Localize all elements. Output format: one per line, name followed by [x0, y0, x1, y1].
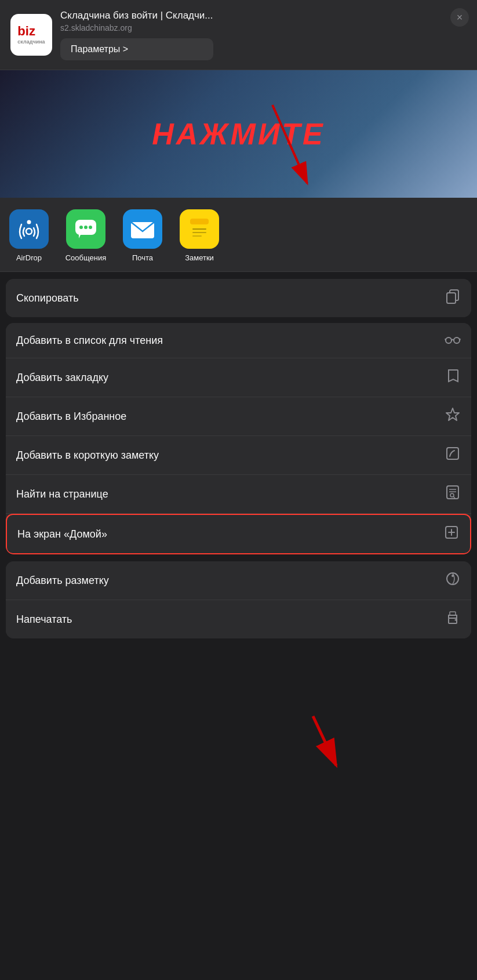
- svg-line-32: [313, 716, 336, 765]
- menu-item-favorites[interactable]: Добавить в Избранное: [6, 397, 471, 436]
- svg-point-6: [79, 226, 83, 229]
- messages-svg-icon: [73, 216, 99, 242]
- mail-label: Почта: [132, 253, 153, 262]
- biz-logo-text: biz: [17, 25, 45, 38]
- instruction-text: НАЖМИТЕ: [152, 117, 325, 151]
- messages-icon-wrap: [66, 209, 105, 249]
- menu-item-print[interactable]: Напечатать: [6, 600, 471, 638]
- share-item-messages[interactable]: Сообщения: [63, 209, 109, 262]
- svg-rect-35: [449, 618, 457, 623]
- find-icon: [445, 485, 461, 503]
- markup-icon: [445, 571, 461, 590]
- copy-label: Скопировать: [16, 292, 79, 304]
- add-home-icon: [443, 525, 460, 543]
- svg-point-17: [446, 337, 451, 343]
- share-item-mail[interactable]: Почта: [119, 209, 166, 262]
- notes-svg-icon: [187, 216, 212, 242]
- preview-area: НАЖМИТЕ: [0, 70, 477, 198]
- svg-point-37: [455, 619, 457, 621]
- airdrop-svg-icon: [16, 216, 42, 242]
- menu-section-bookmarks: Добавить в список для чтения Добавить за…: [6, 323, 471, 554]
- reading-list-label: Добавить в список для чтения: [16, 335, 163, 347]
- home-screen-label: На экран «Домой»: [17, 528, 107, 540]
- menu-item-markup[interactable]: Добавить разметку: [6, 561, 471, 600]
- svg-point-2: [26, 228, 32, 234]
- svg-point-34: [451, 575, 454, 577]
- bottom-padding: [0, 638, 477, 656]
- quick-note-label: Добавить в короткую заметку: [16, 449, 159, 462]
- menu-section-copy: Скопировать: [6, 279, 471, 317]
- params-button[interactable]: Параметры >: [60, 38, 213, 60]
- svg-point-7: [84, 226, 88, 229]
- notes-icon-wrap: [180, 209, 219, 249]
- copy-icon: [445, 289, 461, 307]
- svg-rect-16: [447, 293, 456, 303]
- mail-icon-wrap: [123, 209, 162, 249]
- svg-point-8: [89, 226, 92, 229]
- find-on-page-label: Найти на странице: [16, 488, 108, 500]
- svg-point-18: [454, 337, 460, 343]
- biz-sub-text: складчина: [17, 39, 45, 45]
- site-info: Складчина биз войти | Складчи... s2.skla…: [60, 9, 213, 60]
- close-button[interactable]: ×: [450, 8, 469, 27]
- share-item-notes[interactable]: Заметки: [176, 209, 223, 262]
- print-label: Напечатать: [16, 614, 72, 626]
- menu-item-find-on-page[interactable]: Найти на странице: [6, 475, 471, 514]
- params-label: Параметры >: [71, 44, 128, 55]
- svg-line-20: [460, 339, 460, 340]
- menu-section-more: Добавить разметку Напечатать: [6, 561, 471, 638]
- menu-item-quick-note[interactable]: Добавить в короткую заметку: [6, 436, 471, 475]
- svg-rect-11: [190, 219, 209, 224]
- markup-label: Добавить разметку: [16, 575, 109, 587]
- site-url: s2.skladchinabz.org: [60, 23, 213, 32]
- bookmark-label: Добавить закладку: [16, 372, 108, 384]
- svg-rect-22: [447, 448, 458, 459]
- favorites-label: Добавить в Избранное: [16, 411, 126, 423]
- share-item-airdrop[interactable]: AirDrop: [6, 209, 52, 262]
- menu-item-home-screen[interactable]: На экран «Домой»: [6, 514, 471, 554]
- share-row: AirDrop Сообщения Почта: [0, 198, 477, 272]
- quick-note-icon: [445, 446, 461, 464]
- top-card: biz складчина Складчина биз войти | Скла…: [0, 0, 477, 70]
- book-icon: [445, 368, 461, 387]
- site-favicon: biz складчина: [10, 14, 52, 56]
- menu-item-bookmark[interactable]: Добавить закладку: [6, 358, 471, 397]
- arrow-to-home-screen: [0, 705, 477, 774]
- notes-label: Заметки: [185, 253, 214, 262]
- close-icon: ×: [457, 12, 463, 24]
- messages-label: Сообщения: [65, 253, 107, 262]
- mail-svg-icon: [129, 216, 156, 242]
- site-title: Складчина биз войти | Складчи...: [60, 9, 213, 22]
- svg-marker-21: [446, 408, 459, 420]
- svg-line-19: [445, 339, 446, 340]
- menu-item-copy[interactable]: Скопировать: [6, 279, 471, 317]
- glasses-icon: [445, 333, 461, 348]
- airdrop-icon-wrap: [9, 209, 49, 249]
- star-icon: [445, 407, 461, 426]
- svg-point-3: [27, 220, 31, 224]
- svg-line-27: [453, 496, 455, 498]
- airdrop-label: AirDrop: [16, 253, 42, 262]
- print-icon: [445, 610, 461, 629]
- menu-item-reading-list[interactable]: Добавить в список для чтения: [6, 323, 471, 358]
